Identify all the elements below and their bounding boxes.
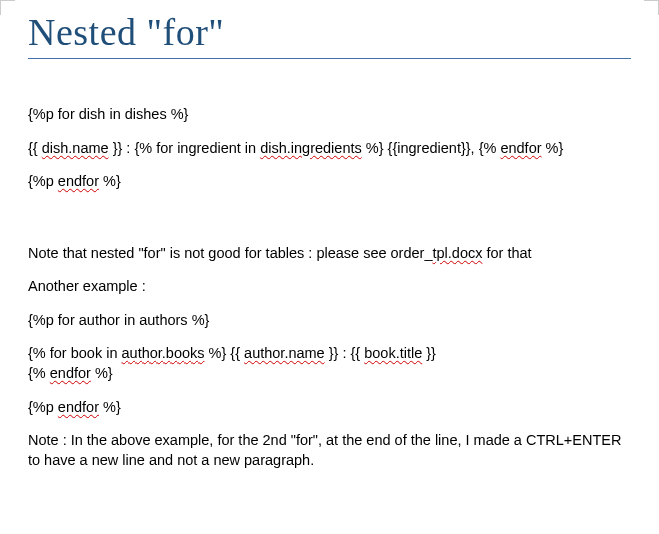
spellcheck-word: dish.name	[42, 140, 109, 156]
note-text: Another example :	[28, 277, 631, 297]
page-corner-top-left	[0, 0, 15, 15]
note-text: Note that nested "for" is not good for t…	[28, 244, 631, 264]
page-corner-top-right	[644, 0, 659, 15]
text: {{	[28, 140, 42, 156]
text: {%p	[28, 399, 58, 415]
text: {%p for author in authors %}	[28, 312, 209, 328]
spellcheck-word: tpl.docx	[432, 245, 482, 261]
code-line: {%p endfor %}	[28, 398, 631, 418]
text: %}	[91, 365, 113, 381]
text: }}	[422, 345, 436, 361]
text: {%	[28, 365, 50, 381]
code-line: {%p for author in authors %}	[28, 311, 631, 331]
document-page: Nested "for" {%p for dish in dishes %} {…	[0, 0, 659, 490]
code-line: {% for book in author.books %} {{ author…	[28, 344, 631, 383]
code-line: {%p endfor %}	[28, 172, 631, 192]
text: for that	[482, 245, 531, 261]
code-line: {{ dish.name }} : {% for ingredient in d…	[28, 139, 631, 159]
text: %}	[542, 140, 564, 156]
text: {%p for dish in dishes %}	[28, 106, 188, 122]
text: %} {{	[205, 345, 245, 361]
spellcheck-word: endfor	[50, 365, 91, 381]
text: }} : {{	[325, 345, 365, 361]
text: %} {{ingredient}}, {%	[362, 140, 501, 156]
text: %}	[99, 173, 121, 189]
spellcheck-word: author.name	[244, 345, 325, 361]
text: %}	[99, 399, 121, 415]
page-title: Nested "for"	[28, 10, 631, 59]
note-text: Note : In the above example, for the 2nd…	[28, 431, 631, 470]
code-line: {%p for dish in dishes %}	[28, 105, 631, 125]
spellcheck-word: book.title	[364, 345, 422, 361]
spellcheck-word: dish.ingredients	[260, 140, 362, 156]
text: Note that nested "for" is not good for t…	[28, 245, 432, 261]
text: }} : {% for ingredient in	[109, 140, 261, 156]
spellcheck-word: author.books	[122, 345, 205, 361]
text: {% for book in	[28, 345, 122, 361]
spellcheck-word: endfor	[58, 399, 99, 415]
spellcheck-word: endfor	[500, 140, 541, 156]
spellcheck-word: endfor	[58, 173, 99, 189]
text: {%p	[28, 173, 58, 189]
